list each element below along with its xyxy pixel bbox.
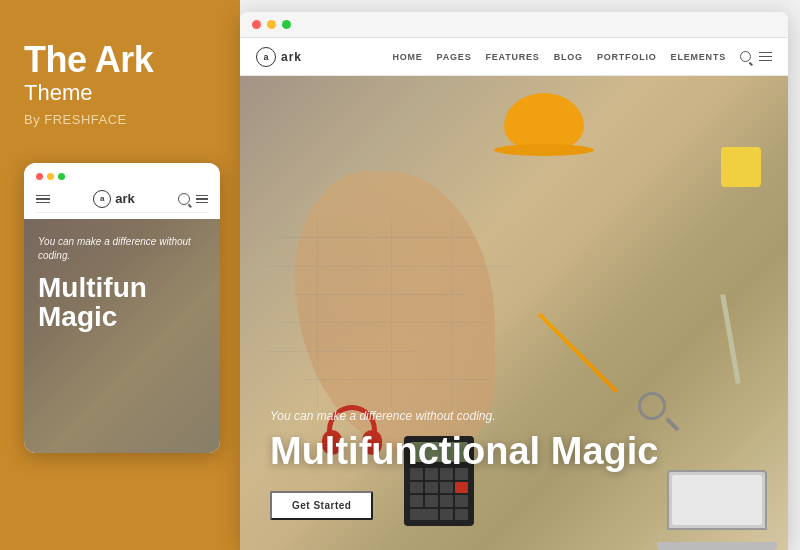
mobile-header: a ark	[24, 163, 220, 219]
mobile-logo-text: ark	[115, 191, 135, 206]
ruler	[720, 294, 741, 384]
desktop-logo-circle: a	[256, 47, 276, 67]
desktop-nav-bar: a ark HOME PAGES FEATURES BLOG PORTFOLIO…	[240, 38, 788, 76]
mobile-nav: a ark	[36, 186, 208, 213]
mobile-content: You can make a difference without coding…	[24, 219, 220, 453]
measuring-tape	[721, 147, 761, 187]
nav-item-blog[interactable]: BLOG	[554, 52, 583, 62]
mobile-window-controls	[36, 173, 208, 180]
desktop-hero: You can make a difference without coding…	[240, 76, 788, 550]
desktop-mockup: a ark HOME PAGES FEATURES BLOG PORTFOLIO…	[240, 12, 788, 550]
desktop-hamburger-icon[interactable]	[759, 52, 772, 62]
desktop-logo: a ark	[256, 47, 302, 67]
blueprint-lines	[267, 218, 514, 408]
nav-item-portfolio[interactable]: PORTFOLIO	[597, 52, 657, 62]
mobile-logo-circle: a	[93, 190, 111, 208]
desktop-menu: HOME PAGES FEATURES BLOG PORTFOLIO ELEME…	[392, 52, 726, 62]
mobile-text-content: You can make a difference without coding…	[24, 219, 220, 453]
title-block: The Ark Theme By FRESHFACE	[24, 40, 153, 127]
mobile-minimize-dot	[47, 173, 54, 180]
mobile-logo: a ark	[93, 190, 135, 208]
app-subtitle: Theme	[24, 80, 153, 106]
hard-hat	[494, 86, 594, 156]
desktop-search-icon[interactable]	[740, 51, 751, 62]
hero-cta-button[interactable]: Get Started	[270, 491, 373, 520]
nav-item-features[interactable]: FEATURES	[485, 52, 539, 62]
mobile-menu-icon[interactable]	[196, 195, 208, 204]
nav-item-pages[interactable]: PAGES	[437, 52, 472, 62]
mobile-mockup: a ark You can make a difference without …	[24, 163, 220, 453]
desktop-logo-text: ark	[281, 50, 302, 64]
desktop-close-dot	[252, 20, 261, 29]
pencil-desktop	[537, 313, 618, 394]
by-line: By FRESHFACE	[24, 112, 153, 127]
mobile-headline: Multifun Magic	[38, 273, 206, 332]
hero-tagline: You can make a difference without coding…	[270, 409, 758, 423]
mobile-search-icon[interactable]	[178, 193, 190, 205]
desktop-titlebar	[240, 12, 788, 38]
nav-item-home[interactable]: HOME	[392, 52, 422, 62]
nav-item-elements[interactable]: ELEMENTS	[671, 52, 726, 62]
mobile-maximize-dot	[58, 173, 65, 180]
desktop-nav-icons	[740, 51, 772, 62]
mobile-close-dot	[36, 173, 43, 180]
mobile-tagline: You can make a difference without coding…	[38, 235, 206, 263]
desktop-minimize-dot	[267, 20, 276, 29]
left-panel: The Ark Theme By FRESHFACE a ark	[0, 0, 240, 550]
hard-hat-brim	[494, 144, 594, 156]
hero-headline: Multifunctional Magic	[270, 431, 758, 473]
right-panel: a ark HOME PAGES FEATURES BLOG PORTFOLIO…	[240, 0, 800, 550]
app-title: The Ark	[24, 40, 153, 80]
hero-text: You can make a difference without coding…	[240, 389, 788, 550]
hard-hat-dome	[504, 93, 584, 148]
desktop-maximize-dot	[282, 20, 291, 29]
mobile-hamburger-icon[interactable]	[36, 195, 50, 204]
mobile-nav-icons	[178, 193, 208, 205]
